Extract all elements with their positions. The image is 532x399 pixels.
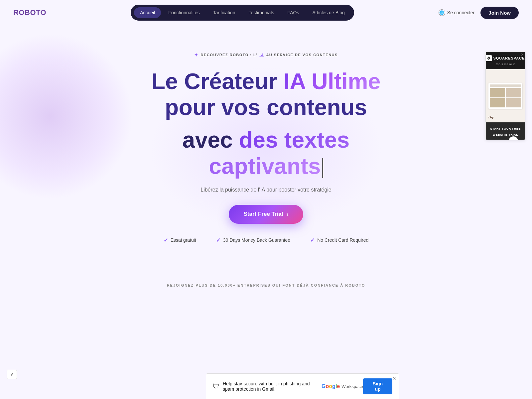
- nav-item-tarification[interactable]: Tarification: [207, 7, 241, 18]
- features-row: ✓ Essai gratuit ✓ 30 Days Money Back Gua…: [7, 237, 525, 243]
- check-icon-2: ✓: [216, 237, 220, 243]
- ad-close-button[interactable]: ✕: [521, 53, 524, 57]
- hero-title: Le Créateur IA Ultime pour vos contenus: [125, 68, 407, 120]
- shield-icon: 🛡: [213, 383, 219, 390]
- nav-item-accueil[interactable]: Accueil: [134, 7, 161, 18]
- trust-text: REJOIGNEZ PLUS DE 10.000+ ENTREPRISES QU…: [7, 283, 525, 287]
- globe-icon: 🌐: [439, 9, 445, 16]
- nav-item-faqs[interactable]: FAQs: [281, 7, 305, 18]
- sparkle-icon: ✦: [194, 52, 199, 58]
- ad-tagline: tools make it: [496, 63, 515, 66]
- badge-highlight: IA: [259, 53, 264, 57]
- nav-item-blog[interactable]: Articles de Blog: [306, 7, 350, 18]
- subtitle-prefix: avec: [183, 127, 239, 152]
- ad-cell-4: [506, 98, 521, 107]
- logo-accent: R: [13, 8, 19, 17]
- check-icon-1: ✓: [164, 237, 168, 243]
- feature-label-1: Essai gratuit: [171, 237, 196, 243]
- logo-text: OBOTO: [19, 8, 46, 17]
- feature-no-credit-card: ✓ No Credit Card Required: [310, 237, 368, 243]
- cta-label: Start Free Trial: [243, 211, 283, 217]
- nav-item-testimonials[interactable]: Testimonials: [242, 7, 280, 18]
- join-now-button[interactable]: Join Now: [480, 7, 519, 19]
- start-trial-button[interactable]: Start Free Trial ›: [229, 205, 303, 224]
- ad-mock-header: [490, 84, 521, 87]
- ad-panel: ✕ SQUARESPACE tools make it l by: [485, 52, 525, 140]
- hero-subtitle: avec des textes captivants: [125, 127, 407, 179]
- ad-cell-3: [490, 98, 505, 107]
- header: ROBOTO Accueil Fonctionnalités Tarificat…: [0, 0, 532, 25]
- feature-label-2: 30 Days Money Back Guarantee: [223, 237, 290, 243]
- bottom-ad-text: Help stay secure with built-in phishing …: [223, 381, 322, 392]
- badge-text-prefix: DÉCOUVREZ ROBOTO : L': [201, 53, 258, 57]
- ad-mock-grid: [490, 88, 521, 107]
- google-g-logo: Google: [322, 383, 340, 389]
- bottom-ad-left: 🛡 Help stay secure with built-in phishin…: [213, 381, 322, 392]
- squarespace-logo: SQUARESPACE: [486, 55, 525, 61]
- bottom-ad-bar: ✕ 🛡 Help stay secure with built-in phish…: [206, 373, 399, 399]
- check-icon-3: ✓: [310, 237, 315, 243]
- sq-icon: [486, 55, 492, 61]
- feature-label-3: No Credit Card Required: [317, 237, 368, 243]
- hero-description: Libérez la puissance de l'IA pour booste…: [183, 187, 349, 193]
- nav-item-fonctionnalites[interactable]: Fonctionnalités: [162, 7, 205, 18]
- ad-cta-area[interactable]: START YOUR FREE WEBSITE TRIAL: [486, 122, 525, 140]
- main-nav: Accueil Fonctionnalités Tarification Tes…: [131, 5, 354, 21]
- logo: ROBOTO: [13, 8, 46, 17]
- google-workspace-logo: Google Workspace: [322, 383, 363, 389]
- discover-badge: ✦ DÉCOUVREZ ROBOTO : L'IA AU SERVICE DE …: [194, 52, 338, 58]
- ad-cell-2: [506, 88, 521, 97]
- workspace-label: Workspace: [341, 384, 363, 389]
- ad-image-area: l by: [486, 69, 525, 122]
- bottom-ad-close-button[interactable]: ✕: [392, 376, 396, 381]
- hero-title-gradient: IA Ultime: [283, 68, 380, 94]
- ad-mock-website: [488, 83, 522, 109]
- bottom-signup-button[interactable]: Sign up: [363, 378, 392, 394]
- hero-title-dark: Le Créateur: [152, 68, 284, 94]
- hero-section: ✦ DÉCOUVREZ ROBOTO : L'IA AU SERVICE DE …: [0, 25, 532, 263]
- ad-cta-text: START YOUR FREE WEBSITE TRIAL: [490, 127, 521, 136]
- bottom-scroll-button[interactable]: ∨: [7, 370, 17, 379]
- ad-header: SQUARESPACE tools make it: [486, 52, 525, 69]
- feature-essai: ✓ Essai gratuit: [164, 237, 196, 243]
- cta-arrow-icon: ›: [287, 211, 289, 218]
- scroll-icon: ∨: [10, 372, 13, 377]
- ad-text-overlay: l by: [488, 114, 522, 120]
- feature-money-back: ✓ 30 Days Money Back Guarantee: [216, 237, 290, 243]
- badge-text-suffix: AU SERVICE DE VOS CONTENUS: [266, 53, 337, 57]
- cursor: [322, 158, 323, 178]
- ad-cell-1: [490, 88, 505, 97]
- language-button[interactable]: 🌐 Se connecter: [439, 9, 475, 16]
- header-right: 🌐 Se connecter Join Now: [439, 7, 519, 19]
- ad-brand-name: SQUARESPACE: [493, 56, 525, 60]
- hero-title-dark2: pour vos contenus: [165, 94, 367, 120]
- signin-label: Se connecter: [447, 10, 475, 15]
- trust-section: REJOIGNEZ PLUS DE 10.000+ ENTREPRISES QU…: [0, 263, 532, 301]
- ad-body-text: l by: [488, 116, 494, 119]
